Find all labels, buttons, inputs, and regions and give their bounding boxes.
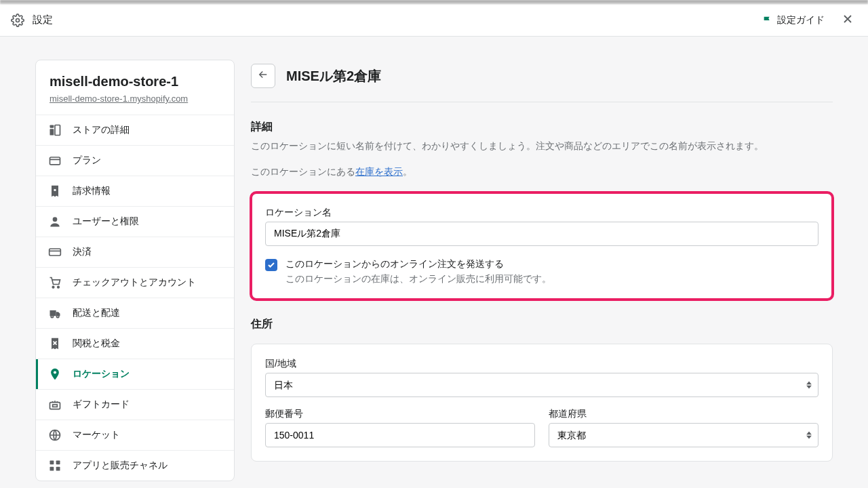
inventory-link-row: このロケーションにある在庫を表示。 xyxy=(251,164,833,180)
close-button[interactable] xyxy=(838,11,857,30)
users-permissions-icon xyxy=(48,215,62,228)
settings-nav: ストアの詳細プラン請求情報ユーザーと権限決済チェックアウトとアカウント配送と配達… xyxy=(36,115,234,481)
svg-rect-14 xyxy=(53,405,58,407)
country-select[interactable]: 日本 xyxy=(265,373,818,397)
address-section: 住所 国/地域 日本 郵便番号 xyxy=(251,317,833,462)
svg-rect-19 xyxy=(56,467,60,471)
postal-label: 郵便番号 xyxy=(265,408,535,420)
sidebar-item-shipping-delivery[interactable]: 配送と配達 xyxy=(36,298,234,328)
back-button[interactable] xyxy=(251,64,275,88)
sidebar-item-duties-taxes[interactable]: 関税と税金 xyxy=(36,328,234,359)
settings-guide-link[interactable]: 設定ガイド xyxy=(762,14,825,26)
address-card: 国/地域 日本 郵便番号 都道府県 xyxy=(251,344,833,462)
settings-main: MISEル第2倉庫 詳細 このロケーションに短い名前を付けて、わかりやすくしまし… xyxy=(251,60,833,481)
page-title: MISEル第2倉庫 xyxy=(286,67,381,85)
sidebar-item-checkout-accounts[interactable]: チェックアウトとアカウント xyxy=(36,267,234,298)
fulfill-online-label: このロケーションからのオンライン注文を発送する xyxy=(285,258,551,270)
sidebar-item-label: チェックアウトとアカウント xyxy=(73,277,196,289)
svg-point-8 xyxy=(52,286,54,288)
sidebar-item-label: プラン xyxy=(73,155,101,167)
svg-rect-1 xyxy=(50,125,54,128)
sidebar-item-store-details[interactable]: ストアの詳細 xyxy=(36,115,234,145)
plan-icon xyxy=(48,154,62,167)
locations-icon xyxy=(48,367,62,381)
svg-point-11 xyxy=(57,315,59,317)
location-name-card: ロケーション名 このロケーションからのオンライン注文を発送する このロケーション… xyxy=(251,192,833,300)
svg-point-12 xyxy=(54,371,56,373)
settings-guide-label: 設定ガイド xyxy=(777,14,825,26)
sidebar-item-label: 配送と配達 xyxy=(73,307,120,319)
sidebar-item-label: アプリと販売チャネル xyxy=(73,460,167,472)
sidebar-item-gift-cards[interactable]: ギフトカード xyxy=(36,389,234,420)
address-heading: 住所 xyxy=(251,317,833,331)
settings-topbar: 設定 設定ガイド xyxy=(0,4,868,37)
sidebar-item-label: ユーザーと権限 xyxy=(73,216,139,228)
postal-input[interactable] xyxy=(265,423,535,447)
inventory-suffix: 。 xyxy=(403,166,412,177)
svg-rect-2 xyxy=(50,129,54,135)
svg-point-0 xyxy=(16,18,20,22)
svg-point-10 xyxy=(51,315,53,317)
details-heading: 詳細 xyxy=(251,120,833,134)
sidebar-item-plan[interactable]: プラン xyxy=(36,145,234,176)
location-name-input[interactable] xyxy=(265,222,818,246)
sidebar-item-billing[interactable]: 請求情報 xyxy=(36,176,234,206)
sidebar-item-locations[interactable]: ロケーション xyxy=(36,359,234,389)
payments-icon xyxy=(48,245,62,259)
svg-rect-7 xyxy=(50,249,61,256)
sidebar-item-label: マーケット xyxy=(73,429,120,441)
gift-cards-icon xyxy=(48,398,62,411)
sidebar-item-apps-channels[interactable]: アプリと販売チャネル xyxy=(36,450,234,481)
sidebar-item-label: ギフトカード xyxy=(73,399,130,411)
location-name-label: ロケーション名 xyxy=(265,207,818,219)
svg-rect-16 xyxy=(50,461,54,465)
svg-point-5 xyxy=(54,189,56,191)
svg-rect-3 xyxy=(55,125,60,136)
gear-icon xyxy=(11,14,24,27)
svg-rect-13 xyxy=(50,403,60,409)
inventory-prefix: このロケーションにある xyxy=(251,166,355,177)
apps-channels-icon xyxy=(48,459,62,472)
sidebar-item-payments[interactable]: 決済 xyxy=(36,237,234,267)
show-inventory-link[interactable]: 在庫を表示 xyxy=(355,166,403,177)
shipping-delivery-icon xyxy=(48,306,62,320)
svg-rect-17 xyxy=(56,461,60,465)
arrow-left-icon xyxy=(257,68,269,83)
fulfill-online-help: このロケーションの在庫は、オンライン販売に利用可能です。 xyxy=(285,273,551,285)
settings-title: 設定 xyxy=(33,14,53,26)
close-icon xyxy=(841,12,854,28)
billing-icon xyxy=(48,184,62,198)
sidebar-item-users-permissions[interactable]: ユーザーと権限 xyxy=(36,206,234,237)
sidebar-item-label: 決済 xyxy=(73,246,92,258)
sidebar-item-markets[interactable]: マーケット xyxy=(36,420,234,450)
markets-icon xyxy=(48,428,62,442)
prefecture-label: 都道府県 xyxy=(549,408,818,420)
details-section: 詳細 このロケーションに短い名前を付けて、わかりやすくしましょう。注文や商品など… xyxy=(251,120,833,300)
settings-sidebar: misell-demo-store-1 misell-demo-store-1.… xyxy=(35,60,235,481)
store-url-link[interactable]: misell-demo-store-1.myshopify.com xyxy=(50,94,220,104)
checkout-accounts-icon xyxy=(48,276,62,289)
sidebar-item-label: 請求情報 xyxy=(73,185,111,197)
fulfill-online-checkbox[interactable] xyxy=(265,259,277,271)
store-details-icon xyxy=(48,123,62,137)
svg-point-6 xyxy=(53,217,58,222)
flag-icon xyxy=(762,15,773,26)
prefecture-select[interactable]: 東京都 xyxy=(549,423,818,447)
sidebar-item-label: ロケーション xyxy=(73,368,130,380)
duties-taxes-icon xyxy=(48,337,62,350)
details-description: このロケーションに短い名前を付けて、わかりやすくしましょう。注文や商品などのエリ… xyxy=(251,138,833,155)
svg-rect-4 xyxy=(50,157,60,165)
store-name: misell-demo-store-1 xyxy=(50,74,220,89)
svg-rect-18 xyxy=(50,467,54,471)
sidebar-item-label: ストアの詳細 xyxy=(73,124,130,136)
sidebar-item-label: 関税と税金 xyxy=(73,338,120,350)
browser-chrome-blur xyxy=(0,0,868,4)
country-label: 国/地域 xyxy=(265,358,818,370)
svg-point-9 xyxy=(58,286,60,288)
